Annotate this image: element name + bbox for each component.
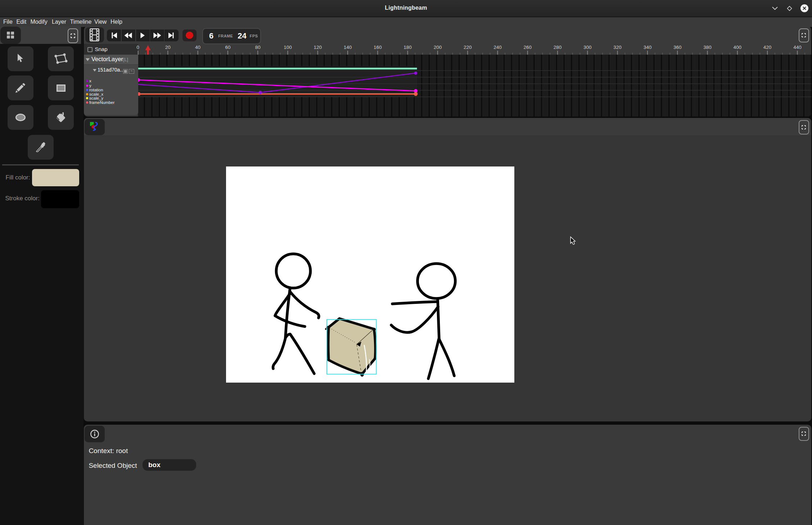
svg-text:280: 280 <box>554 45 562 50</box>
svg-text:360: 360 <box>673 45 682 50</box>
svg-text:0: 0 <box>136 45 139 50</box>
svg-text:140: 140 <box>344 45 352 50</box>
svg-text:80: 80 <box>255 45 261 50</box>
svg-text:240: 240 <box>493 45 502 50</box>
svg-text:300: 300 <box>583 45 592 50</box>
svg-text:120: 120 <box>313 45 322 50</box>
svg-text:380: 380 <box>703 45 712 50</box>
svg-text:20: 20 <box>165 45 171 50</box>
svg-text:60: 60 <box>225 45 230 50</box>
svg-text:340: 340 <box>644 45 652 50</box>
svg-text:420: 420 <box>763 45 772 50</box>
svg-text:160: 160 <box>374 45 382 50</box>
svg-text:40: 40 <box>195 45 200 50</box>
svg-text:260: 260 <box>524 45 532 50</box>
svg-text:440: 440 <box>793 45 802 50</box>
svg-text:200: 200 <box>434 45 442 50</box>
svg-text:100: 100 <box>284 45 292 50</box>
svg-text:220: 220 <box>464 45 472 50</box>
svg-text:320: 320 <box>613 45 622 50</box>
svg-text:400: 400 <box>734 45 742 50</box>
svg-text:180: 180 <box>403 45 412 50</box>
